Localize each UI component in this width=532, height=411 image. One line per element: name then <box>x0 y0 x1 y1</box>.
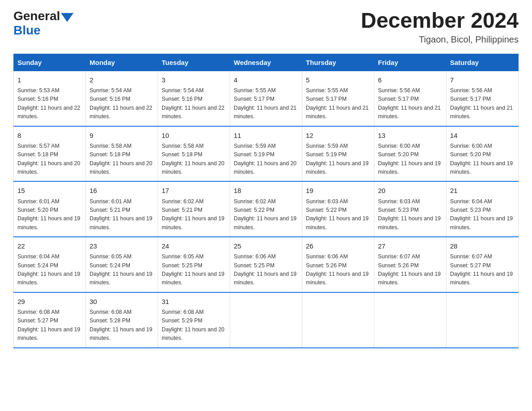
day-number: 30 <box>90 296 154 307</box>
calendar-cell: 25Sunrise: 6:06 AMSunset: 5:25 PMDayligh… <box>230 237 302 292</box>
day-number: 6 <box>378 75 442 85</box>
day-info: Sunrise: 6:00 AMSunset: 5:20 PMDaylight:… <box>450 143 513 175</box>
day-info: Sunrise: 5:58 AMSunset: 5:18 PMDaylight:… <box>90 143 152 175</box>
calendar-cell: 23Sunrise: 6:05 AMSunset: 5:24 PMDayligh… <box>86 237 158 292</box>
day-number: 21 <box>450 185 515 196</box>
day-number: 17 <box>162 185 226 196</box>
day-number: 15 <box>17 185 82 196</box>
weekday-header-monday: Monday <box>86 54 158 71</box>
calendar-cell <box>446 292 519 348</box>
title-block: December 2024 Tigaon, Bicol, Philippines <box>361 9 519 45</box>
calendar-cell: 29Sunrise: 6:08 AMSunset: 5:27 PMDayligh… <box>14 292 86 348</box>
day-number: 24 <box>162 241 226 251</box>
day-number: 19 <box>306 185 370 196</box>
day-number: 5 <box>306 75 370 85</box>
day-number: 22 <box>17 241 82 251</box>
day-info: Sunrise: 6:00 AMSunset: 5:20 PMDaylight:… <box>378 143 441 175</box>
calendar-cell: 8Sunrise: 5:57 AMSunset: 5:18 PMDaylight… <box>14 126 86 182</box>
calendar-cell: 19Sunrise: 6:03 AMSunset: 5:22 PMDayligh… <box>302 181 374 237</box>
logo: General Blue <box>13 9 73 38</box>
day-info: Sunrise: 6:06 AMSunset: 5:26 PMDaylight:… <box>306 253 369 286</box>
day-number: 13 <box>378 130 442 141</box>
day-number: 12 <box>306 130 370 141</box>
calendar-cell: 4Sunrise: 5:55 AMSunset: 5:17 PMDaylight… <box>230 71 302 126</box>
calendar-week-row: 29Sunrise: 6:08 AMSunset: 5:27 PMDayligh… <box>14 292 519 348</box>
day-info: Sunrise: 5:54 AMSunset: 5:16 PMDaylight:… <box>162 87 224 120</box>
day-number: 4 <box>234 75 298 85</box>
day-number: 18 <box>234 185 298 196</box>
calendar-cell: 1Sunrise: 5:53 AMSunset: 5:16 PMDaylight… <box>14 71 86 126</box>
day-info: Sunrise: 6:08 AMSunset: 5:27 PMDaylight:… <box>17 309 80 341</box>
calendar-cell: 15Sunrise: 6:01 AMSunset: 5:20 PMDayligh… <box>14 181 86 237</box>
day-number: 14 <box>450 130 515 141</box>
day-number: 16 <box>90 185 154 196</box>
day-info: Sunrise: 6:01 AMSunset: 5:20 PMDaylight:… <box>17 198 80 231</box>
calendar-cell: 18Sunrise: 6:02 AMSunset: 5:22 PMDayligh… <box>230 181 302 237</box>
calendar-cell: 5Sunrise: 5:55 AMSunset: 5:17 PMDaylight… <box>302 71 374 126</box>
day-number: 2 <box>90 75 154 85</box>
calendar-cell <box>230 292 302 348</box>
calendar-cell: 6Sunrise: 5:56 AMSunset: 5:17 PMDaylight… <box>374 71 446 126</box>
day-info: Sunrise: 6:05 AMSunset: 5:25 PMDaylight:… <box>162 253 224 286</box>
calendar-cell: 12Sunrise: 5:59 AMSunset: 5:19 PMDayligh… <box>302 126 374 182</box>
day-number: 20 <box>378 185 442 196</box>
weekday-header-tuesday: Tuesday <box>158 54 230 71</box>
calendar-week-row: 15Sunrise: 6:01 AMSunset: 5:20 PMDayligh… <box>14 181 519 237</box>
calendar-cell: 28Sunrise: 6:07 AMSunset: 5:27 PMDayligh… <box>446 237 519 292</box>
day-info: Sunrise: 6:02 AMSunset: 5:22 PMDaylight:… <box>234 198 296 231</box>
day-number: 28 <box>450 241 515 251</box>
day-info: Sunrise: 6:07 AMSunset: 5:26 PMDaylight:… <box>378 253 441 286</box>
day-number: 23 <box>90 241 154 251</box>
calendar-cell: 26Sunrise: 6:06 AMSunset: 5:26 PMDayligh… <box>302 237 374 292</box>
day-info: Sunrise: 6:04 AMSunset: 5:23 PMDaylight:… <box>450 198 513 231</box>
calendar-cell: 3Sunrise: 5:54 AMSunset: 5:16 PMDaylight… <box>158 71 230 126</box>
weekday-header-friday: Friday <box>374 54 446 71</box>
day-info: Sunrise: 6:06 AMSunset: 5:25 PMDaylight:… <box>234 253 296 286</box>
weekday-header-row: SundayMondayTuesdayWednesdayThursdayFrid… <box>14 54 519 71</box>
day-number: 27 <box>378 241 442 251</box>
day-info: Sunrise: 6:08 AMSunset: 5:29 PMDaylight:… <box>162 309 224 341</box>
weekday-header-thursday: Thursday <box>302 54 374 71</box>
calendar-cell <box>374 292 446 348</box>
location-subtitle: Tigaon, Bicol, Philippines <box>361 34 519 45</box>
day-info: Sunrise: 5:53 AMSunset: 5:16 PMDaylight:… <box>17 87 80 120</box>
calendar-cell: 11Sunrise: 5:59 AMSunset: 5:19 PMDayligh… <box>230 126 302 182</box>
calendar-week-row: 22Sunrise: 6:04 AMSunset: 5:24 PMDayligh… <box>14 237 519 292</box>
calendar-cell: 10Sunrise: 5:58 AMSunset: 5:18 PMDayligh… <box>158 126 230 182</box>
calendar-cell: 20Sunrise: 6:03 AMSunset: 5:23 PMDayligh… <box>374 181 446 237</box>
day-info: Sunrise: 5:55 AMSunset: 5:17 PMDaylight:… <box>234 87 296 120</box>
month-year-title: December 2024 <box>361 9 519 33</box>
calendar-cell: 22Sunrise: 6:04 AMSunset: 5:24 PMDayligh… <box>14 237 86 292</box>
logo-general-text: General <box>13 9 60 23</box>
day-info: Sunrise: 5:56 AMSunset: 5:17 PMDaylight:… <box>450 87 513 120</box>
day-info: Sunrise: 5:57 AMSunset: 5:18 PMDaylight:… <box>17 143 80 175</box>
calendar-cell: 30Sunrise: 6:08 AMSunset: 5:28 PMDayligh… <box>86 292 158 348</box>
calendar-cell: 24Sunrise: 6:05 AMSunset: 5:25 PMDayligh… <box>158 237 230 292</box>
day-info: Sunrise: 5:58 AMSunset: 5:18 PMDaylight:… <box>162 143 224 175</box>
day-number: 25 <box>234 241 298 251</box>
day-info: Sunrise: 6:07 AMSunset: 5:27 PMDaylight:… <box>450 253 513 286</box>
day-number: 3 <box>162 75 226 85</box>
weekday-header-sunday: Sunday <box>14 54 86 71</box>
day-number: 11 <box>234 130 298 141</box>
weekday-header-wednesday: Wednesday <box>230 54 302 71</box>
calendar-cell: 16Sunrise: 6:01 AMSunset: 5:21 PMDayligh… <box>86 181 158 237</box>
day-info: Sunrise: 5:55 AMSunset: 5:17 PMDaylight:… <box>306 87 369 120</box>
day-number: 8 <box>17 130 82 141</box>
day-info: Sunrise: 6:08 AMSunset: 5:28 PMDaylight:… <box>90 309 152 341</box>
day-info: Sunrise: 6:03 AMSunset: 5:23 PMDaylight:… <box>378 198 441 231</box>
calendar-cell: 31Sunrise: 6:08 AMSunset: 5:29 PMDayligh… <box>158 292 230 348</box>
calendar-cell: 27Sunrise: 6:07 AMSunset: 5:26 PMDayligh… <box>374 237 446 292</box>
calendar-week-row: 8Sunrise: 5:57 AMSunset: 5:18 PMDaylight… <box>14 126 519 182</box>
day-number: 31 <box>162 296 226 307</box>
calendar-cell <box>302 292 374 348</box>
calendar-week-row: 1Sunrise: 5:53 AMSunset: 5:16 PMDaylight… <box>14 71 519 126</box>
logo-triangle-icon <box>61 13 73 22</box>
day-number: 26 <box>306 241 370 251</box>
day-number: 29 <box>17 296 82 307</box>
day-info: Sunrise: 6:02 AMSunset: 5:21 PMDaylight:… <box>162 198 224 231</box>
day-number: 9 <box>90 130 154 141</box>
calendar-cell: 13Sunrise: 6:00 AMSunset: 5:20 PMDayligh… <box>374 126 446 182</box>
day-info: Sunrise: 5:56 AMSunset: 5:17 PMDaylight:… <box>378 87 441 120</box>
logo-blue-text: Blue <box>13 23 73 38</box>
